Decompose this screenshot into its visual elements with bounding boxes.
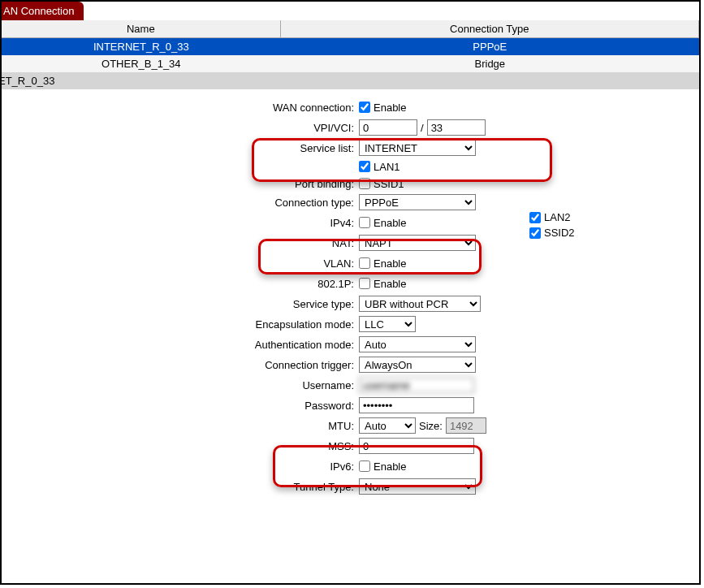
lan1-checkbox[interactable] bbox=[359, 161, 370, 172]
ssid2-checkbox[interactable] bbox=[529, 227, 541, 239]
wan-connection-enable[interactable]: Enable bbox=[359, 102, 406, 114]
tab-wan-connection[interactable]: AN Connection bbox=[0, 2, 84, 20]
vlan-enable[interactable]: Enable bbox=[359, 257, 406, 270]
username-input[interactable] bbox=[359, 377, 474, 393]
mtu-size-input[interactable] bbox=[446, 417, 486, 434]
8021p-checkbox[interactable] bbox=[359, 278, 370, 289]
connection-type-select[interactable]: PPPoE bbox=[359, 194, 476, 210]
auth-mode-label: Authentication mode: bbox=[2, 339, 359, 351]
ipv6-checkbox[interactable] bbox=[359, 460, 370, 472]
ssid1-checkbox[interactable] bbox=[359, 178, 370, 189]
vpi-vci-sep: / bbox=[421, 122, 424, 134]
mtu-size-label: Size: bbox=[419, 420, 443, 432]
ssid2-checkbox-wrap[interactable]: SSID2 bbox=[529, 227, 575, 239]
conn-trigger-select[interactable]: AlwaysOn bbox=[359, 357, 476, 373]
row-name: INTERNET_R_0_33 bbox=[2, 38, 281, 55]
vci-input[interactable] bbox=[427, 119, 486, 136]
auth-mode-select[interactable]: Auto bbox=[359, 336, 476, 352]
lan1-checkbox-wrap[interactable]: LAN1 bbox=[359, 161, 400, 173]
mss-label: MSS: bbox=[2, 440, 359, 452]
vlan-checkbox[interactable] bbox=[359, 257, 370, 269]
ipv4-checkbox[interactable] bbox=[359, 217, 370, 228]
col-ctype: Connection Type bbox=[281, 20, 699, 37]
mss-input[interactable] bbox=[359, 438, 474, 454]
lan2-checkbox[interactable] bbox=[529, 212, 541, 223]
username-label: Username: bbox=[2, 379, 359, 391]
encapsulation-label: Encapsulation mode: bbox=[2, 318, 359, 331]
ipv6-label: IPv6: bbox=[2, 460, 359, 473]
ipv6-enable-text: Enable bbox=[374, 460, 406, 473]
connection-table: Name Connection Type INTERNET_R_0_33 PPP… bbox=[2, 20, 699, 72]
row-ctype: PPPoE bbox=[281, 38, 699, 55]
8021p-label: 802.1P: bbox=[2, 278, 359, 290]
nat-select[interactable]: NAPT bbox=[359, 235, 476, 251]
form-area: WAN connection: Enable VPI/VCI: / Servic… bbox=[2, 89, 699, 496]
port-binding-label: Port binding: bbox=[2, 178, 359, 190]
vlan-enable-text: Enable bbox=[374, 257, 406, 270]
col-name: Name bbox=[2, 20, 281, 37]
connection-type-label: Connection type: bbox=[2, 197, 359, 209]
enable-text: Enable bbox=[374, 102, 406, 114]
table-header: Name Connection Type bbox=[2, 20, 699, 38]
tab-label: AN Connection bbox=[3, 5, 74, 17]
service-type-label: Service type: bbox=[2, 298, 359, 310]
right-port-binding: LAN2 SSID2 bbox=[529, 211, 575, 239]
nat-label: NAT: bbox=[2, 237, 359, 249]
service-list-label: Service list: bbox=[2, 142, 359, 154]
tunnel-type-label: Tunnel Type: bbox=[2, 481, 359, 493]
vpi-input[interactable] bbox=[359, 119, 417, 136]
row-name: OTHER_B_1_34 bbox=[2, 55, 281, 72]
mtu-select[interactable]: Auto bbox=[359, 417, 416, 434]
ipv4-enable-text: Enable bbox=[374, 217, 406, 229]
section-title: ET_R_0_33 bbox=[0, 72, 699, 89]
mtu-label: MTU: bbox=[2, 420, 359, 432]
8021p-enable-text: Enable bbox=[374, 278, 406, 290]
table-row[interactable]: INTERNET_R_0_33 PPPoE bbox=[2, 38, 699, 55]
table-row[interactable]: OTHER_B_1_34 Bridge bbox=[2, 55, 699, 72]
lan1-text: LAN1 bbox=[374, 161, 400, 173]
lan2-checkbox-wrap[interactable]: LAN2 bbox=[529, 211, 575, 223]
encapsulation-select[interactable]: LLC bbox=[359, 316, 416, 332]
vpi-vci-label: VPI/VCI: bbox=[2, 122, 359, 134]
ipv4-enable[interactable]: Enable bbox=[359, 217, 406, 229]
tunnel-type-select[interactable]: None bbox=[359, 478, 476, 495]
service-type-select[interactable]: UBR without PCR bbox=[359, 296, 481, 312]
row-ctype: Bridge bbox=[281, 55, 699, 72]
vlan-label: VLAN: bbox=[2, 257, 359, 270]
wan-connection-checkbox[interactable] bbox=[359, 102, 370, 113]
conn-trigger-label: Connection trigger: bbox=[2, 359, 359, 371]
ssid1-text: SSID1 bbox=[374, 178, 404, 190]
password-label: Password: bbox=[2, 400, 359, 412]
ssid1-checkbox-wrap[interactable]: SSID1 bbox=[359, 178, 404, 190]
8021p-enable[interactable]: Enable bbox=[359, 278, 406, 290]
ipv4-label: IPv4: bbox=[2, 217, 359, 229]
wan-connection-label: WAN connection: bbox=[2, 102, 359, 114]
ssid2-text: SSID2 bbox=[544, 227, 575, 239]
lan2-text: LAN2 bbox=[544, 211, 571, 223]
ipv6-enable[interactable]: Enable bbox=[359, 460, 406, 473]
service-list-select[interactable]: INTERNET bbox=[359, 140, 476, 156]
password-input[interactable] bbox=[359, 397, 474, 413]
